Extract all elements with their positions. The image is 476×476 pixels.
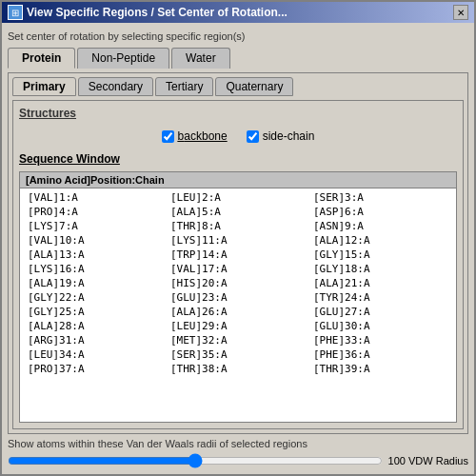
tab-quaternary[interactable]: Quaternary xyxy=(215,77,293,96)
side-chain-label: side-chain xyxy=(263,129,315,143)
list-item: [ALA]13:A xyxy=(24,248,167,261)
table-row[interactable]: [ALA]19:A[HIS]20:A[ALA]21:A xyxy=(24,276,452,290)
table-row[interactable]: [LYS]16:A[VAL]17:A[GLY]18:A xyxy=(24,262,452,276)
tab-primary[interactable]: Primary xyxy=(12,77,76,96)
list-item: [SER]35:A xyxy=(167,348,309,361)
table-row[interactable]: [PRO]4:A[ALA]5:A[ASP]6:A xyxy=(24,205,452,219)
structures-label: Structures xyxy=(19,107,457,120)
list-item: [LYS]7:A xyxy=(24,220,167,232)
list-item: [ASP]6:A xyxy=(309,206,452,218)
tab-protein[interactable]: Protein xyxy=(8,48,75,69)
list-item: [VAL]17:A xyxy=(167,263,309,275)
table-row[interactable]: [ARG]31:A[MET]32:A[PHE]33:A xyxy=(24,333,452,347)
list-item: [ALA]21:A xyxy=(309,277,452,289)
side-chain-checkbox[interactable] xyxy=(247,130,259,143)
side-chain-checkbox-label[interactable]: side-chain xyxy=(247,129,315,143)
window-icon: ⊞ xyxy=(8,5,23,20)
slider-container[interactable] xyxy=(8,453,383,468)
list-item: [TYR]24:A xyxy=(309,291,452,304)
table-row[interactable]: [ALA]28:A[LEU]29:A[GLU]30:A xyxy=(24,319,452,333)
tab-non-peptide[interactable]: Non-Peptide xyxy=(77,48,169,69)
tab-water[interactable]: Water xyxy=(171,48,230,69)
window-title: View Specific Regions / Set Center of Ro… xyxy=(27,6,288,19)
list-item: [GLU]23:A xyxy=(167,291,309,304)
list-item: [PRO]37:A xyxy=(24,363,167,375)
bottom-section: Show atoms within these Van der Waals ra… xyxy=(8,438,468,468)
sequence-header: [Amino Acid]Position:Chain xyxy=(20,172,456,188)
vdw-number: 100 xyxy=(388,455,406,466)
checkboxes-row: backbone side-chain xyxy=(19,126,457,147)
list-item: [ALA]28:A xyxy=(24,320,167,332)
table-row[interactable]: [VAL]1:A[LEU]2:A[SER]3:A xyxy=(24,190,452,205)
list-item: [LYS]16:A xyxy=(24,263,167,275)
table-row[interactable]: [LEU]34:A[SER]35:A[PHE]36:A xyxy=(24,347,452,362)
title-bar-left: ⊞ View Specific Regions / Set Center of … xyxy=(8,5,288,20)
table-row[interactable]: [PRO]37:A[THR]38:A[THR]39:A xyxy=(24,362,452,376)
vdw-label: Show atoms within these Van der Waals ra… xyxy=(8,438,468,449)
table-row[interactable]: [VAL]10:A[LYS]11:A[ALA]12:A xyxy=(24,233,452,248)
list-item: [VAL]10:A xyxy=(24,234,167,247)
top-tabs: Protein Non-Peptide Water xyxy=(8,48,468,69)
list-item: [THR]39:A xyxy=(309,363,452,375)
list-item: [ASN]9:A xyxy=(309,220,452,232)
list-item: [ALA]12:A xyxy=(309,234,452,247)
list-item: [ALA]5:A xyxy=(167,206,309,218)
sequence-list-container: [Amino Acid]Position:Chain [VAL]1:A[LEU]… xyxy=(19,171,457,423)
list-item: [GLU]27:A xyxy=(309,306,452,318)
main-window: ⊞ View Specific Regions / Set Center of … xyxy=(0,0,476,476)
list-item: [THR]8:A xyxy=(167,220,309,232)
title-bar: ⊞ View Specific Regions / Set Center of … xyxy=(2,2,474,23)
vdw-slider[interactable] xyxy=(8,453,383,468)
list-item: [GLY]22:A xyxy=(24,291,167,304)
list-item: [PHE]36:A xyxy=(309,348,452,361)
list-item: [GLY]15:A xyxy=(309,248,452,261)
sequence-window-label: Sequence Window xyxy=(19,152,457,166)
vdw-value: 100 VDW Radius xyxy=(388,455,468,466)
backbone-label: backbone xyxy=(178,129,228,143)
list-item: [GLU]30:A xyxy=(309,320,452,332)
list-item: [SER]3:A xyxy=(309,191,452,204)
list-item: [LEU]2:A xyxy=(167,191,309,204)
list-item: [ALA]26:A xyxy=(167,306,309,318)
table-row[interactable]: [GLY]22:A[GLU]23:A[TYR]24:A xyxy=(24,290,452,305)
tab-secondary[interactable]: Secondary xyxy=(78,77,153,96)
list-item: [ALA]19:A xyxy=(24,277,167,289)
list-item: [HIS]20:A xyxy=(167,277,309,289)
list-item: [LEU]34:A xyxy=(24,348,167,361)
main-panel: Primary Secondary Tertiary Quaternary St… xyxy=(8,72,468,434)
table-row[interactable]: [ALA]13:A[TRP]14:A[GLY]15:A xyxy=(24,248,452,262)
list-item: [GLY]18:A xyxy=(309,263,452,275)
list-item: [VAL]1:A xyxy=(24,191,167,204)
list-item: [LEU]29:A xyxy=(167,320,309,332)
list-item: [LYS]11:A xyxy=(167,234,309,247)
slider-row: 100 VDW Radius xyxy=(8,453,468,468)
inner-panel: Structures backbone side-chain Sequence … xyxy=(12,100,464,429)
vdw-unit: VDW Radius xyxy=(408,455,468,466)
list-item: [THR]38:A xyxy=(167,363,309,375)
window-content: Set center of rotation by selecting spec… xyxy=(2,23,474,474)
close-button[interactable]: ✕ xyxy=(453,5,468,20)
inner-tabs: Primary Secondary Tertiary Quaternary xyxy=(12,77,464,96)
subtitle-text: Set center of rotation by selecting spec… xyxy=(8,29,468,44)
list-item: [MET]32:A xyxy=(167,334,309,347)
table-row[interactable]: [LYS]7:A[THR]8:A[ASN]9:A xyxy=(24,219,452,233)
sequence-list[interactable]: [VAL]1:A[LEU]2:A[SER]3:A[PRO]4:A[ALA]5:A… xyxy=(20,188,456,422)
list-item: [TRP]14:A xyxy=(167,248,309,261)
tab-tertiary[interactable]: Tertiary xyxy=(155,77,213,96)
backbone-checkbox-label[interactable]: backbone xyxy=(162,129,228,143)
list-item: [PHE]33:A xyxy=(309,334,452,347)
list-item: [GLY]25:A xyxy=(24,306,167,318)
table-row[interactable]: [GLY]25:A[ALA]26:A[GLU]27:A xyxy=(24,305,452,319)
backbone-checkbox[interactable] xyxy=(162,130,174,143)
list-item: [PRO]4:A xyxy=(24,206,167,218)
list-item: [ARG]31:A xyxy=(24,334,167,347)
